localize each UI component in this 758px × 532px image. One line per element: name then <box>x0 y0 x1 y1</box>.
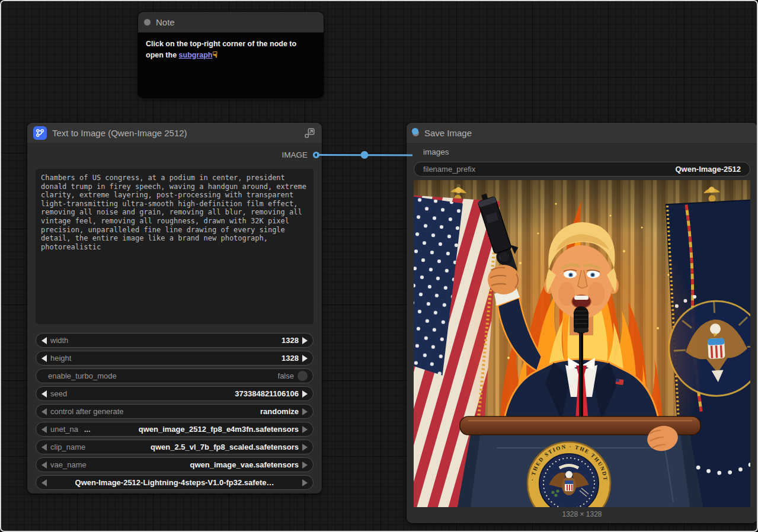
widget-value: Qwen-Image-2512 <box>675 165 741 174</box>
t2i-node-header[interactable]: Text to Image (Qwen-Image 2512) <box>27 123 322 144</box>
increment-arrow[interactable] <box>302 390 308 398</box>
widget-value: 1328 <box>282 354 299 363</box>
widget-enable-turbo-mode[interactable]: enable_turbo_mode false <box>36 368 314 383</box>
image-resolution-caption: 1328 × 1328 <box>407 510 757 518</box>
prev-option-arrow[interactable] <box>41 408 47 415</box>
widget-label: seed <box>50 389 67 398</box>
note-body-text: Click on the top-right corner of the nod… <box>138 33 324 66</box>
save-node-title: Save Image <box>424 128 472 138</box>
widget-label: control after generate <box>50 407 124 416</box>
node-canvas[interactable]: Note Click on the top-right corner of th… <box>0 0 758 532</box>
images-input-port[interactable] <box>412 128 418 134</box>
save-node-header[interactable]: Save Image <box>407 123 757 144</box>
widget-vae-name[interactable]: vae_name qwen_image_vae.safetensors <box>36 457 314 472</box>
prev-option-arrow[interactable] <box>41 462 47 469</box>
t2i-output-row: IMAGE <box>27 144 322 169</box>
save-input-row: images <box>407 144 757 162</box>
widget-lora-name[interactable]: Qwen-Image-2512-Lightning-4steps-V1.0-fp… <box>36 475 314 490</box>
widget-value: Qwen-Image-2512-Lightning-4steps-V1.0-fp… <box>75 478 274 487</box>
next-option-arrow[interactable] <box>302 408 308 415</box>
widget-label: vae_name <box>50 460 87 469</box>
next-option-arrow[interactable] <box>302 444 308 451</box>
widget-label: enable_turbo_mode <box>48 371 117 380</box>
widget-filename-prefix[interactable]: filename_prefix Qwen-Image-2512 <box>414 162 750 177</box>
next-option-arrow[interactable] <box>302 426 308 433</box>
widget-label: clip_name <box>50 443 85 451</box>
next-option-arrow[interactable] <box>302 479 308 486</box>
widget-value: 1328 <box>282 336 299 345</box>
prev-option-arrow[interactable] <box>41 479 47 486</box>
open-subgraph-icon[interactable] <box>303 127 316 140</box>
decrement-arrow[interactable] <box>41 390 47 398</box>
widget-value: qwen_2.5_vl_7b_fp8_scaled.safetensors <box>151 443 299 451</box>
image-output-label: IMAGE <box>282 150 308 159</box>
prompt-textarea[interactable]: Chambers of US congress, at a podium in … <box>36 169 314 324</box>
t2i-node-title: Text to Image (Qwen-Image 2512) <box>52 128 187 138</box>
widget-clip-name[interactable]: clip_name qwen_2.5_vl_7b_fp8_scaled.safe… <box>36 440 314 454</box>
widget-value: 373384821106106 <box>235 389 299 398</box>
generated-image: · THED STION · THE THUNDT · <box>414 180 750 507</box>
generated-image-preview[interactable]: · THED STION · THE THUNDT · <box>414 180 750 507</box>
widget-label: height <box>50 354 71 363</box>
widget-height[interactable]: height 1328 <box>36 351 314 366</box>
subgraph-link[interactable]: subgraph <box>179 51 213 59</box>
decrement-arrow[interactable] <box>41 337 47 344</box>
note-node-title: Note <box>156 17 175 27</box>
widget-value: qwen_image_2512_fp8_e4m3fn.safetensors <box>139 425 299 434</box>
collapse-dot[interactable] <box>144 19 151 25</box>
widget-label: width <box>50 336 68 345</box>
widget-width[interactable]: width 1328 <box>36 333 314 348</box>
images-input-label: images <box>423 148 449 156</box>
widget-unet-name[interactable]: unet_na ... qwen_image_2512_fp8_e4m3fn.s… <box>36 422 314 437</box>
widget-control-after-generate[interactable]: control after generate randomize <box>36 404 314 419</box>
increment-arrow[interactable] <box>302 355 308 362</box>
decrement-arrow[interactable] <box>41 355 47 362</box>
image-output-port[interactable] <box>313 152 319 158</box>
label-ellipsis: ... <box>84 425 91 434</box>
note-node-header[interactable]: Note <box>138 12 324 33</box>
widget-value: qwen_image_vae.safetensors <box>190 460 299 469</box>
note-text: Click on the top-right corner of the nod… <box>146 40 296 59</box>
link-midpoint-dot[interactable] <box>361 151 369 159</box>
prev-option-arrow[interactable] <box>41 426 47 433</box>
widget-seed[interactable]: seed 373384821106106 <box>36 386 314 401</box>
save-image-node[interactable]: Save Image images filename_prefix Qwen-I… <box>407 123 757 523</box>
prev-option-arrow[interactable] <box>41 444 47 451</box>
text-to-image-node[interactable]: Text to Image (Qwen-Image 2512) IMAGE Ch… <box>27 123 322 493</box>
widget-value: randomize <box>260 407 299 416</box>
subgraph-icon[interactable] <box>33 126 47 140</box>
pointing-down-emoji: ☟ <box>213 50 218 59</box>
toggle-knob[interactable] <box>298 371 308 381</box>
next-option-arrow[interactable] <box>302 462 308 469</box>
increment-arrow[interactable] <box>302 337 308 344</box>
widget-label: filename_prefix <box>423 165 475 174</box>
widget-label: unet_na <box>50 425 78 434</box>
note-node[interactable]: Note Click on the top-right corner of th… <box>138 12 324 98</box>
widget-value: false <box>278 371 294 380</box>
